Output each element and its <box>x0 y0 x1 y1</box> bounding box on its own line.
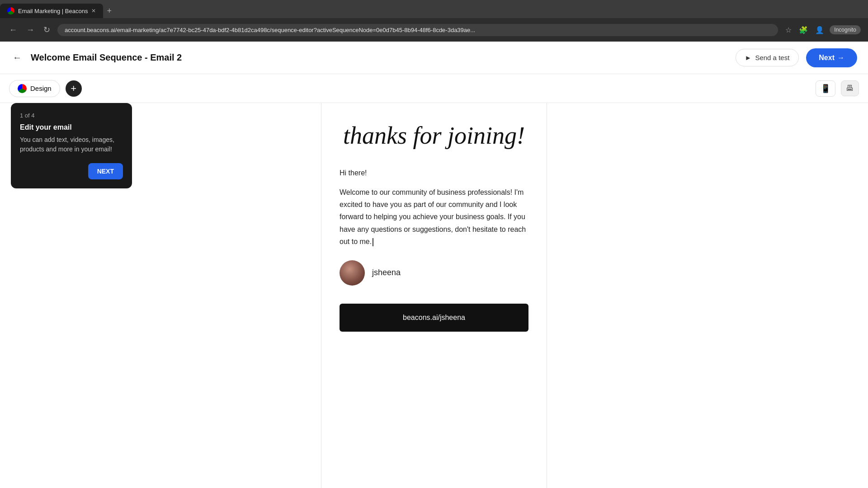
email-signature: jsheena <box>340 260 528 286</box>
send-test-label: Send a test <box>755 54 789 61</box>
design-icon <box>18 84 27 93</box>
app: ← Welcome Email Sequence - Email 2 ► Sen… <box>0 42 868 488</box>
tooltip-next-button[interactable]: NEXT <box>88 163 123 179</box>
browser-chrome: Email Marketing | Beacons ✕ + ← → ↻ ☆ 🧩 … <box>0 0 868 42</box>
extensions-button[interactable]: 🧩 <box>797 24 810 36</box>
desktop-view-button[interactable]: 🖶 <box>841 80 859 96</box>
send-test-button[interactable]: ► Send a test <box>736 49 799 66</box>
avatar-image <box>340 260 365 286</box>
profile-button[interactable]: 👤 <box>813 24 826 36</box>
back-button[interactable]: ← <box>11 51 24 65</box>
next-arrow-icon: → <box>837 54 844 62</box>
text-cursor <box>373 238 373 246</box>
email-preview-scroll[interactable]: thanks for joining! Hi there! Welcome to… <box>321 103 547 488</box>
email-content: thanks for joining! Hi there! Welcome to… <box>321 103 547 359</box>
design-label: Design <box>30 84 52 92</box>
signature-name: jsheena <box>372 268 401 277</box>
toolbar: Design + 📱 🖶 <box>0 74 868 103</box>
tooltip-count: 1 of 4 <box>20 112 123 119</box>
cta-button[interactable]: beacons.ai/jsheena <box>340 304 528 332</box>
forward-nav-button[interactable]: → <box>24 23 36 37</box>
address-bar: ← → ↻ ☆ 🧩 👤 Incognito <box>0 18 868 42</box>
next-label: Next <box>819 54 835 62</box>
tooltip-body: You can add text, videos, images, produc… <box>20 135 123 154</box>
reload-button[interactable]: ↻ <box>42 23 52 37</box>
browser-actions: ☆ 🧩 👤 Incognito <box>783 24 861 36</box>
top-nav: ← Welcome Email Sequence - Email 2 ► Sen… <box>0 42 868 74</box>
tab-close-button[interactable]: ✕ <box>91 8 96 14</box>
bookmark-button[interactable]: ☆ <box>783 24 793 36</box>
next-button[interactable]: Next → <box>806 48 857 67</box>
email-heading-text: thanks for joining! <box>343 122 525 149</box>
back-nav-button[interactable]: ← <box>7 23 19 37</box>
email-greeting: Hi there! <box>340 167 528 179</box>
active-tab[interactable]: Email Marketing | Beacons ✕ <box>0 4 103 18</box>
tooltip-title: Edit your email <box>20 123 123 131</box>
email-body-paragraph: Welcome to our community of business pro… <box>340 186 528 248</box>
content-area: 1 of 4 Edit your email You can add text,… <box>0 103 868 488</box>
send-icon: ► <box>745 54 752 61</box>
avatar <box>340 260 365 286</box>
new-tab-button[interactable]: + <box>107 6 112 16</box>
email-heading: thanks for joining! <box>340 121 528 150</box>
tab-favicon <box>7 7 14 14</box>
mobile-icon: 📱 <box>821 84 830 93</box>
incognito-badge: Incognito <box>830 25 861 34</box>
tab-bar: Email Marketing | Beacons ✕ + <box>0 0 868 18</box>
address-input[interactable] <box>57 24 778 36</box>
add-block-button[interactable]: + <box>66 80 82 97</box>
tooltip-card: 1 of 4 Edit your email You can add text,… <box>11 103 132 188</box>
page-title: Welcome Email Sequence - Email 2 <box>31 52 728 63</box>
desktop-icon: 🖶 <box>846 84 854 93</box>
design-button[interactable]: Design <box>9 80 60 97</box>
mobile-view-button[interactable]: 📱 <box>816 80 835 97</box>
tab-title: Email Marketing | Beacons <box>18 8 88 14</box>
